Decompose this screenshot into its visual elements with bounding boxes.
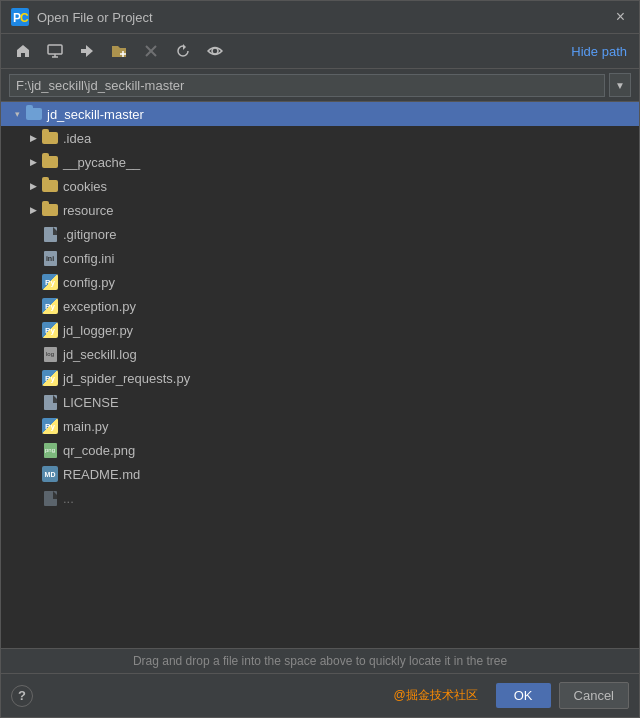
chevron-right-icon[interactable]: ▶ xyxy=(25,178,41,194)
chevron-down-icon[interactable]: ▾ xyxy=(9,106,25,122)
svg-point-10 xyxy=(212,48,218,54)
tree-item-name: jd_spider_requests.py xyxy=(63,371,190,386)
python-file-icon: Py xyxy=(41,418,59,434)
navigate-up-button[interactable] xyxy=(73,38,101,64)
tree-item-root[interactable]: ▾ jd_seckill-master xyxy=(1,102,639,126)
tree-item-name: exception.py xyxy=(63,299,136,314)
path-bar: ▼ xyxy=(1,69,639,102)
chevron-right-icon[interactable]: ▶ xyxy=(25,130,41,146)
new-folder-button[interactable] xyxy=(105,38,133,64)
tree-item-name: resource xyxy=(63,203,114,218)
chevron-right-icon[interactable]: ▶ xyxy=(25,154,41,170)
app-icon: P C xyxy=(11,8,29,26)
show-hidden-icon xyxy=(207,43,223,59)
path-dropdown-button[interactable]: ▼ xyxy=(609,73,631,97)
dialog-title: Open File or Project xyxy=(37,10,604,25)
refresh-icon xyxy=(175,43,191,59)
ini-file-icon: ini xyxy=(41,250,59,266)
tree-item-license[interactable]: LICENSE xyxy=(1,390,639,414)
log-file-icon: log xyxy=(41,346,59,362)
file-icon xyxy=(41,490,59,506)
help-button[interactable]: ? xyxy=(11,685,33,707)
new-folder-icon xyxy=(111,43,127,59)
tree-item-config-py[interactable]: Py config.py xyxy=(1,270,639,294)
tree-item-main-py[interactable]: Py main.py xyxy=(1,414,639,438)
tree-item-name: jd_seckill-master xyxy=(47,107,144,122)
delete-button[interactable] xyxy=(137,38,165,64)
tree-item-cookies[interactable]: ▶ cookies xyxy=(1,174,639,198)
chevron-right-icon[interactable]: ▶ xyxy=(25,202,41,218)
python-file-icon: Py xyxy=(41,298,59,314)
tree-item-name: config.ini xyxy=(63,251,114,266)
tree-item-partial[interactable]: ... xyxy=(1,486,639,510)
folder-icon xyxy=(25,106,43,122)
watermark-text: @掘金技术社区 xyxy=(41,687,478,704)
tree-item-name: config.py xyxy=(63,275,115,290)
refresh-button[interactable] xyxy=(169,38,197,64)
close-button[interactable]: × xyxy=(612,7,629,27)
open-file-dialog: P C Open File or Project × xyxy=(0,0,640,718)
status-text: Drag and drop a file into the space abov… xyxy=(133,654,507,668)
file-icon xyxy=(41,394,59,410)
path-input[interactable] xyxy=(9,74,605,97)
tree-item-idea[interactable]: ▶ .idea xyxy=(1,126,639,150)
tree-item-name: README.md xyxy=(63,467,140,482)
tree-item-config-ini[interactable]: ini config.ini xyxy=(1,246,639,270)
status-bar: Drag and drop a file into the space abov… xyxy=(1,648,639,673)
ok-button[interactable]: OK xyxy=(496,683,551,708)
folder-icon xyxy=(41,154,59,170)
bottom-bar: ? @掘金技术社区 OK Cancel xyxy=(1,673,639,717)
folder-icon xyxy=(41,130,59,146)
tree-item-name: jd_seckill.log xyxy=(63,347,137,362)
file-icon xyxy=(41,226,59,242)
delete-icon xyxy=(143,43,159,59)
tree-item-name: cookies xyxy=(63,179,107,194)
navigate-up-icon xyxy=(79,43,95,59)
python-file-icon: Py xyxy=(41,370,59,386)
tree-item-exception-py[interactable]: Py exception.py xyxy=(1,294,639,318)
tree-item-name: ... xyxy=(63,491,74,506)
toolbar: Hide path xyxy=(1,34,639,69)
home-button[interactable] xyxy=(9,38,37,64)
svg-rect-3 xyxy=(48,45,62,54)
tree-item-name: LICENSE xyxy=(63,395,119,410)
tree-item-name: jd_logger.py xyxy=(63,323,133,338)
hide-path-button[interactable]: Hide path xyxy=(567,42,631,61)
desktop-icon xyxy=(47,43,63,59)
tree-item-jd-spider[interactable]: Py jd_spider_requests.py xyxy=(1,366,639,390)
tree-item-readme[interactable]: MD README.md xyxy=(1,462,639,486)
home-icon xyxy=(15,43,31,59)
tree-item-qr-png[interactable]: png qr_code.png xyxy=(1,438,639,462)
python-file-icon: Py xyxy=(41,274,59,290)
tree-item-gitignore[interactable]: .gitignore xyxy=(1,222,639,246)
desktop-button[interactable] xyxy=(41,38,69,64)
md-file-icon: MD xyxy=(41,466,59,482)
tree-item-name: __pycache__ xyxy=(63,155,140,170)
title-bar: P C Open File or Project × xyxy=(1,1,639,34)
python-file-icon: Py xyxy=(41,322,59,338)
folder-icon xyxy=(41,178,59,194)
file-tree[interactable]: ▾ jd_seckill-master ▶ .idea ▶ __pycache_… xyxy=(1,102,639,648)
tree-item-name: main.py xyxy=(63,419,109,434)
png-file-icon: png xyxy=(41,442,59,458)
tree-item-pycache[interactable]: ▶ __pycache__ xyxy=(1,150,639,174)
tree-item-name: qr_code.png xyxy=(63,443,135,458)
cancel-button[interactable]: Cancel xyxy=(559,682,629,709)
svg-text:C: C xyxy=(20,11,29,25)
tree-item-jd-logger[interactable]: Py jd_logger.py xyxy=(1,318,639,342)
show-hidden-button[interactable] xyxy=(201,38,229,64)
tree-item-jd-log[interactable]: log jd_seckill.log xyxy=(1,342,639,366)
tree-item-resource[interactable]: ▶ resource xyxy=(1,198,639,222)
tree-item-name: .gitignore xyxy=(63,227,116,242)
tree-item-name: .idea xyxy=(63,131,91,146)
folder-icon xyxy=(41,202,59,218)
